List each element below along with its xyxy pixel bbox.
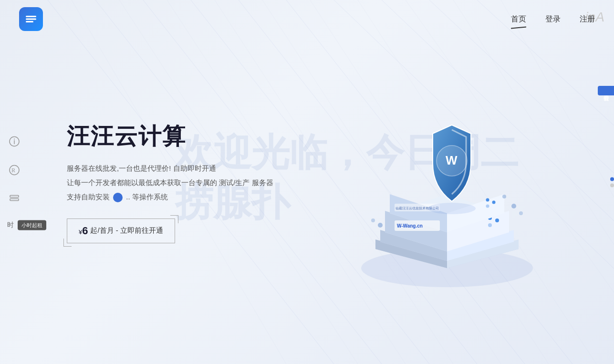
sidebar-time-badge: 时 小时起租	[7, 220, 46, 230]
cta-price: ¥6	[79, 225, 88, 237]
svg-point-57	[371, 218, 375, 222]
cta-button[interactable]: ¥6 起/首月 - 立即前往开通	[67, 218, 175, 243]
navbar: 首页 登录 注册	[0, 0, 614, 38]
sidebar-hourly-badge[interactable]: 小时起租	[18, 220, 46, 230]
svg-rect-21	[26, 19, 36, 20]
svg-rect-28	[10, 195, 19, 197]
dot-2[interactable]	[610, 183, 614, 187]
svg-text:W: W	[446, 153, 458, 167]
svg-point-58	[511, 204, 516, 208]
svg-rect-22	[26, 21, 33, 22]
notice-tab[interactable]: 查看公告	[598, 86, 614, 95]
svg-point-41	[495, 218, 499, 222]
svg-rect-29	[10, 198, 19, 200]
logo[interactable]	[19, 7, 43, 31]
hero-section: 汪汪云计算 服务器在线批发,一台也是代理价! 自助即时开通 让每一个开发者都能以…	[67, 121, 273, 243]
sidebar-info-icon[interactable]	[7, 134, 21, 148]
nav-home[interactable]: 首页	[511, 14, 526, 24]
nav-login[interactable]: 登录	[545, 14, 561, 24]
svg-rect-20	[26, 16, 36, 17]
nav-links: 首页 登录 注册	[511, 14, 595, 24]
cta-text: 起/首月 - 立即前往开通	[90, 226, 163, 235]
svg-point-47	[492, 200, 496, 204]
svg-point-46	[486, 198, 489, 201]
os-icon	[113, 193, 123, 202]
svg-point-48	[486, 204, 489, 208]
sidebar: R 时 小时起租	[7, 134, 46, 230]
svg-point-59	[519, 211, 523, 215]
hero-title: 汪汪云计算	[67, 121, 273, 152]
svg-point-56	[378, 223, 383, 228]
svg-text:W-Wang.cn: W-Wang.cn	[397, 223, 423, 229]
logo-icon	[19, 7, 43, 31]
sidebar-time-label: 时	[7, 221, 14, 229]
svg-point-42	[488, 223, 492, 227]
dot-1[interactable]	[610, 177, 614, 181]
svg-point-25	[14, 138, 15, 139]
page-dots	[610, 177, 614, 187]
sidebar-layout-icon[interactable]	[7, 191, 21, 206]
hero-description: 服务器在线批发,一台也是代理价! 自助即时开通 让每一个开发者都能以最低成本获取…	[67, 161, 273, 204]
svg-point-60	[502, 195, 506, 198]
svg-point-53	[428, 203, 476, 214]
svg-text:R: R	[11, 166, 15, 173]
nav-register[interactable]: 注册	[580, 14, 595, 24]
server-illustration: W-Wang.cn 仙霸汪汪云信息技术有限公司 W	[328, 63, 566, 302]
sidebar-registered-icon[interactable]: R	[7, 163, 21, 177]
